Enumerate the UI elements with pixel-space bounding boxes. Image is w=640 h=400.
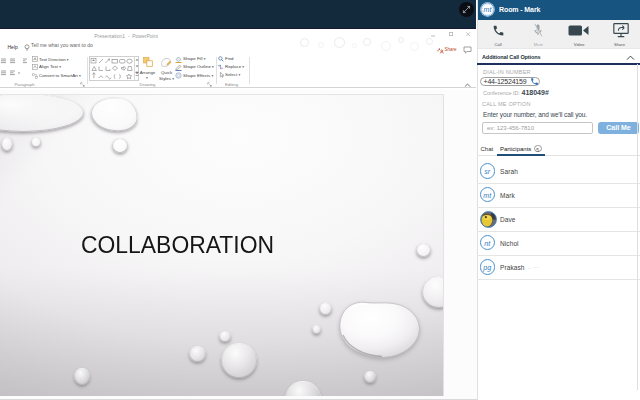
svg-text:mt: mt xyxy=(483,6,492,13)
